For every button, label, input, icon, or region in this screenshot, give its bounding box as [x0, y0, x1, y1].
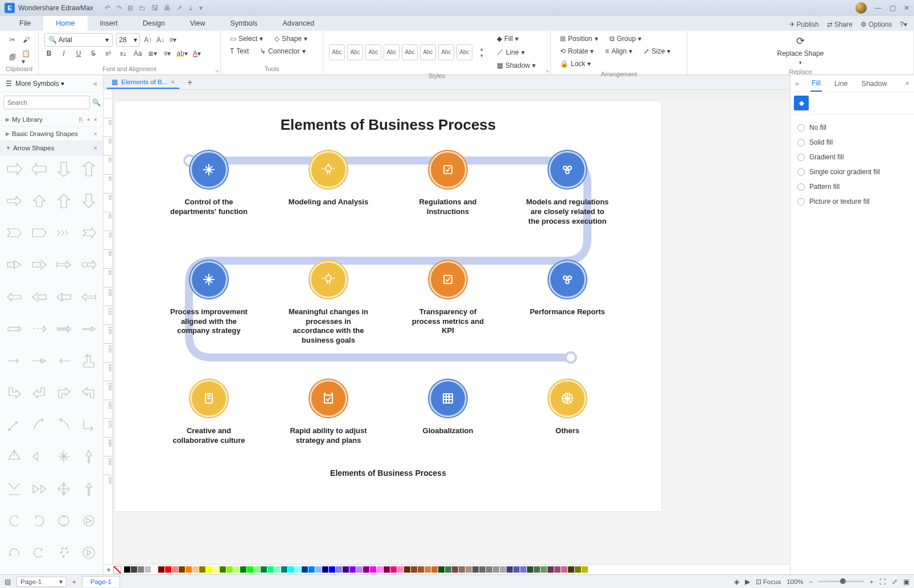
search-icon[interactable]: 🔍 [92, 98, 101, 106]
undo-icon[interactable]: ↶ [105, 4, 110, 12]
increase-font-icon[interactable]: A↑ [143, 35, 153, 44]
color-swatch[interactable] [220, 566, 226, 573]
arrow-shape[interactable] [28, 414, 50, 435]
select-tool[interactable]: ▭ Select ▾ [227, 33, 266, 44]
font-family-select[interactable]: 🔍 Arial▾ [44, 33, 113, 47]
lib-basic-shapes[interactable]: ▶Basic Drawing Shapes × [0, 127, 103, 141]
group-button[interactable]: ⧉ Group▾ [606, 33, 645, 44]
lib-close-icon[interactable]: × [94, 130, 97, 137]
diagram-node[interactable]: Performance Reports [525, 261, 610, 346]
color-swatch[interactable] [343, 566, 349, 573]
tab-symbols[interactable]: Symbols [218, 16, 270, 31]
no-fill-swatch[interactable] [113, 566, 121, 574]
color-swatch[interactable] [240, 566, 246, 573]
export-icon[interactable]: ↗ [176, 4, 182, 12]
color-swatch[interactable] [472, 566, 479, 573]
lib-export-icon[interactable]: ⎘ [79, 116, 83, 123]
color-swatch[interactable] [295, 566, 301, 573]
style-swatch[interactable]: Abc [402, 44, 418, 60]
arrow-shape[interactable] [28, 191, 50, 211]
style-swatch[interactable]: Abc [438, 44, 454, 60]
symbol-search-input[interactable] [3, 96, 90, 109]
color-swatch[interactable] [452, 566, 458, 573]
color-swatch[interactable] [302, 566, 308, 573]
color-swatch[interactable] [151, 566, 158, 573]
font-color-icon[interactable]: A▾ [192, 49, 201, 58]
color-swatch[interactable] [445, 566, 451, 573]
arrow-shape[interactable] [28, 383, 50, 403]
font-launcher-icon[interactable]: ↘ [215, 68, 219, 73]
color-swatch[interactable] [425, 566, 431, 573]
arrow-shape[interactable] [78, 319, 100, 339]
color-swatch[interactable] [561, 566, 567, 573]
diagram-node[interactable]: Creative and collaborative culture [166, 380, 252, 446]
color-swatch[interactable] [459, 566, 465, 573]
arrow-shape[interactable] [53, 479, 75, 499]
diagram-node[interactable]: Transparency of process metrics and KPI [405, 261, 491, 346]
color-swatch[interactable] [377, 566, 383, 573]
expand-panel-icon[interactable]: » [795, 80, 799, 88]
color-swatch[interactable] [165, 566, 171, 573]
color-swatch[interactable] [404, 566, 410, 573]
fill-button[interactable]: ◆ Fill ▾ [493, 33, 539, 44]
color-swatch[interactable] [418, 566, 424, 573]
panel-tab-line[interactable]: Line [833, 76, 849, 91]
share-button[interactable]: ⇄ Share [827, 20, 853, 28]
tab-home[interactable]: Home [43, 16, 87, 31]
color-swatch[interactable] [179, 566, 185, 573]
style-scroll-up-icon[interactable]: ▲ [479, 46, 484, 52]
diagram-node[interactable]: Meaningful changes in processes in accor… [286, 261, 371, 346]
color-swatch[interactable] [411, 566, 417, 573]
color-swatch[interactable] [582, 566, 588, 573]
arrow-shape[interactable] [53, 191, 75, 211]
color-swatch[interactable] [390, 566, 397, 573]
color-swatch[interactable] [397, 566, 404, 573]
color-swatch[interactable] [213, 566, 219, 573]
align-icon[interactable]: ≡▾ [163, 49, 172, 58]
arrow-shape[interactable] [78, 542, 100, 563]
position-button[interactable]: ⊞ Position▾ [557, 33, 602, 44]
arrow-shape[interactable] [78, 446, 100, 467]
paste-icon[interactable]: 📋▾ [22, 53, 31, 62]
color-swatch[interactable] [384, 566, 390, 573]
diagram-node[interactable]: Modeling and Analysis [286, 151, 371, 227]
arrow-shape[interactable] [3, 542, 25, 563]
panel-tab-shadow[interactable]: Shadow [861, 76, 888, 91]
collapse-sidebar-icon[interactable]: « [93, 80, 97, 88]
colorbar-dropdown-icon[interactable]: ▾ [107, 566, 110, 574]
align-button[interactable]: ≡ Align▾ [602, 46, 636, 57]
strikethrough-icon[interactable]: S̶ [89, 49, 98, 58]
color-swatch[interactable] [493, 566, 499, 573]
arrow-shape[interactable] [3, 191, 25, 211]
color-swatch[interactable] [363, 566, 369, 573]
arrow-shape[interactable] [3, 223, 25, 243]
canvas[interactable]: Elements of Business Process Control of … [115, 101, 661, 511]
arrow-shape[interactable] [28, 319, 50, 339]
arrow-shape[interactable] [28, 351, 50, 371]
arrow-shape[interactable] [53, 223, 75, 243]
arrow-shape[interactable] [3, 511, 25, 531]
color-swatch[interactable] [370, 566, 376, 573]
color-swatch[interactable] [479, 566, 485, 573]
options-button[interactable]: ⚙ Options [861, 20, 892, 28]
color-swatch[interactable] [513, 566, 520, 573]
color-swatch[interactable] [131, 566, 137, 573]
underline-icon[interactable]: U [74, 49, 83, 58]
arrow-shape[interactable] [53, 542, 75, 563]
arrow-shape[interactable] [28, 254, 50, 275]
color-swatch[interactable] [541, 566, 547, 573]
color-swatch[interactable] [206, 566, 212, 573]
color-swatch[interactable] [438, 566, 444, 573]
color-swatch[interactable] [431, 566, 438, 573]
color-swatch[interactable] [356, 566, 363, 573]
color-swatch[interactable] [254, 566, 260, 573]
save-icon[interactable]: 🖫 [151, 4, 158, 12]
color-swatch[interactable] [227, 566, 233, 573]
arrow-shape[interactable] [28, 542, 50, 563]
fit-width-icon[interactable]: ▣ [903, 578, 909, 586]
fullscreen-icon[interactable]: ⤢ [892, 578, 897, 586]
arrow-shape[interactable] [53, 351, 75, 371]
user-avatar[interactable] [855, 2, 867, 14]
color-swatch[interactable] [322, 566, 328, 573]
arrow-shape[interactable] [53, 446, 75, 467]
